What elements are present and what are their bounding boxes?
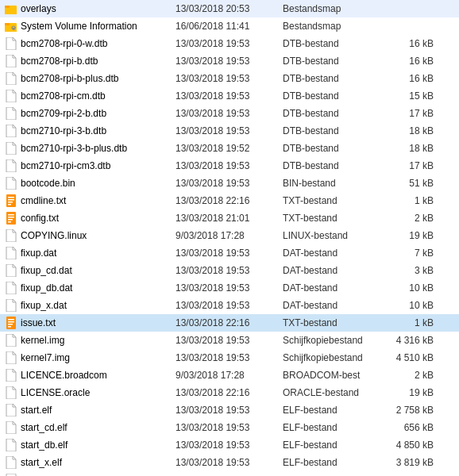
file-name: kernel7.img — [21, 352, 176, 363]
file-date: 13/03/2018 19:53 — [176, 178, 283, 189]
list-item[interactable]: bcm2708-rpi-b-plus.dtb13/03/2018 19:53DT… — [0, 70, 459, 87]
file-size: 3 819 kB — [386, 457, 434, 468]
list-item[interactable]: LICENCE.broadcom9/03/2018 17:28BROADCOM-… — [0, 367, 459, 384]
file-name: bcm2710-rpi-cm3.dtb — [21, 160, 176, 171]
list-item[interactable]: bootcode.bin13/03/2018 19:53BIN-bestand5… — [0, 175, 459, 192]
file-icon — [3, 194, 19, 207]
list-item[interactable]: LICENSE.oracle13/03/2018 22:16ORACLE-bes… — [0, 384, 459, 401]
file-date: 13/03/2018 22:16 — [176, 387, 283, 398]
list-item[interactable]: ssh7/06/2018 16:39Bestand0 kB — [0, 471, 459, 476]
list-item[interactable]: bcm2710-rpi-3-b.dtb13/03/2018 19:53DTB-b… — [0, 122, 459, 140]
folder-icon — [3, 21, 19, 32]
list-item[interactable]: COPYING.linux9/03/2018 17:28LINUX-bestan… — [0, 227, 459, 244]
list-item[interactable]: bcm2709-rpi-2-b.dtb13/03/2018 19:53DTB-b… — [0, 105, 459, 122]
file-type: DTB-bestand — [283, 90, 386, 102]
list-item[interactable]: kernel7.img13/03/2018 19:53Schijfkopiebe… — [0, 349, 459, 367]
list-item[interactable]: fixup_db.dat13/03/2018 19:53DAT-bestand1… — [0, 279, 459, 297]
svg-rect-11 — [8, 202, 13, 203]
svg-rect-20 — [8, 321, 14, 323]
file-date: 13/03/2018 19:53 — [176, 335, 283, 346]
file-date: 13/03/2018 19:53 — [176, 300, 283, 311]
file-icon — [3, 404, 19, 416]
list-item[interactable]: kernel.img13/03/2018 19:53Schijfkopiebes… — [0, 332, 459, 349]
list-item[interactable]: start_cd.elf13/03/2018 19:53ELF-bestand6… — [0, 419, 459, 436]
file-size: 19 kB — [386, 387, 434, 398]
list-item[interactable]: config.txt13/03/2018 21:01TXT-bestand2 k… — [0, 209, 459, 227]
file-size: 51 kB — [386, 178, 434, 189]
file-type: DAT-bestand — [283, 265, 386, 276]
list-item[interactable]: start_db.elf13/03/2018 19:53ELF-bestand4… — [0, 436, 459, 454]
file-name: bcm2708-rpi-cm.dtb — [21, 90, 176, 102]
list-item[interactable]: overlays13/03/2018 20:53Bestandsmap — [0, 0, 459, 17]
file-type: Schijfkopiebestand — [283, 335, 386, 346]
file-size: 2 758 kB — [386, 405, 434, 416]
svg-rect-7 — [13, 28, 14, 30]
file-name: start_db.elf — [21, 440, 176, 451]
file-date: 13/03/2018 19:53 — [176, 422, 283, 433]
list-item[interactable]: bcm2708-rpi-0-w.dtb13/03/2018 19:53DTB-b… — [0, 35, 459, 52]
list-item[interactable]: System Volume Information16/06/2018 11:4… — [0, 17, 459, 35]
file-icon — [3, 177, 19, 190]
file-icon — [3, 317, 19, 329]
file-type: ELF-bestand — [283, 422, 386, 433]
list-item[interactable]: fixup_cd.dat13/03/2018 19:53DAT-bestand3… — [0, 262, 459, 279]
file-name: fixup_cd.dat — [21, 265, 176, 276]
list-item[interactable]: fixup_x.dat13/03/2018 19:53DAT-bestand10… — [0, 297, 459, 314]
list-item[interactable]: cmdline.txt13/03/2018 22:16TXT-bestand1 … — [0, 192, 459, 209]
file-name: bcm2708-rpi-b.dtb — [21, 56, 176, 67]
file-name: start_x.elf — [21, 457, 176, 468]
list-item[interactable]: bcm2708-rpi-cm.dtb13/03/2018 19:53DTB-be… — [0, 87, 459, 105]
list-item[interactable]: bcm2708-rpi-b.dtb13/03/2018 19:53DTB-bes… — [0, 52, 459, 70]
file-icon — [3, 439, 19, 451]
svg-rect-9 — [8, 197, 14, 198]
file-name: start.elf — [21, 405, 176, 416]
file-icon — [3, 386, 19, 399]
file-date: 13/03/2018 20:53 — [176, 3, 283, 14]
file-icon — [3, 247, 19, 259]
file-type: BIN-bestand — [283, 178, 386, 189]
file-date: 16/06/2018 11:41 — [176, 21, 283, 32]
file-name: config.txt — [21, 213, 176, 224]
file-icon — [3, 421, 19, 434]
file-date: 13/03/2018 19:53 — [176, 108, 283, 119]
file-date: 13/03/2018 19:52 — [176, 143, 283, 154]
file-date: 13/03/2018 19:53 — [176, 73, 283, 84]
file-name: start_cd.elf — [21, 422, 176, 433]
list-item[interactable]: start_x.elf13/03/2018 19:53ELF-bestand3 … — [0, 454, 459, 471]
file-type: DTB-bestand — [283, 108, 386, 119]
file-icon — [3, 369, 19, 382]
svg-rect-15 — [8, 217, 14, 218]
svg-rect-13 — [6, 212, 16, 225]
file-type: DTB-bestand — [283, 160, 386, 171]
file-size: 4 850 kB — [386, 440, 434, 451]
list-item[interactable]: start.elf13/03/2018 19:53ELF-bestand2 75… — [0, 401, 459, 419]
file-icon — [3, 299, 19, 312]
list-item[interactable]: fixup.dat13/03/2018 19:53DAT-bestand7 kB — [0, 244, 459, 262]
list-item[interactable]: issue.txt13/03/2018 22:16TXT-bestand1 kB — [0, 314, 459, 332]
file-name: fixup.dat — [21, 248, 176, 259]
file-name: cmdline.txt — [21, 195, 176, 206]
file-list: overlays13/03/2018 20:53Bestandsmap Syst… — [0, 0, 459, 476]
file-icon — [3, 264, 19, 277]
file-type: Bestandsmap — [283, 21, 386, 32]
file-type: DAT-bestand — [283, 300, 386, 311]
file-size: 16 kB — [386, 38, 434, 49]
file-size: 10 kB — [386, 282, 434, 294]
list-item[interactable]: bcm2710-rpi-3-b-plus.dtb13/03/2018 19:52… — [0, 140, 459, 157]
file-name: bcm2710-rpi-3-b-plus.dtb — [21, 143, 176, 154]
file-icon — [3, 107, 19, 120]
file-icon — [3, 212, 19, 225]
file-name: fixup_x.dat — [21, 300, 176, 311]
file-name: overlays — [21, 3, 176, 14]
file-date: 13/03/2018 19:53 — [176, 90, 283, 102]
file-icon — [3, 159, 19, 172]
file-icon — [3, 72, 19, 85]
file-type: TXT-bestand — [283, 195, 386, 206]
file-icon — [3, 334, 19, 347]
file-type: ELF-bestand — [283, 457, 386, 468]
list-item[interactable]: bcm2710-rpi-cm3.dtb13/03/2018 19:53DTB-b… — [0, 157, 459, 175]
svg-rect-17 — [8, 221, 11, 223]
file-size: 3 kB — [386, 265, 434, 276]
svg-rect-12 — [8, 204, 11, 205]
file-size: 15 kB — [386, 90, 434, 102]
